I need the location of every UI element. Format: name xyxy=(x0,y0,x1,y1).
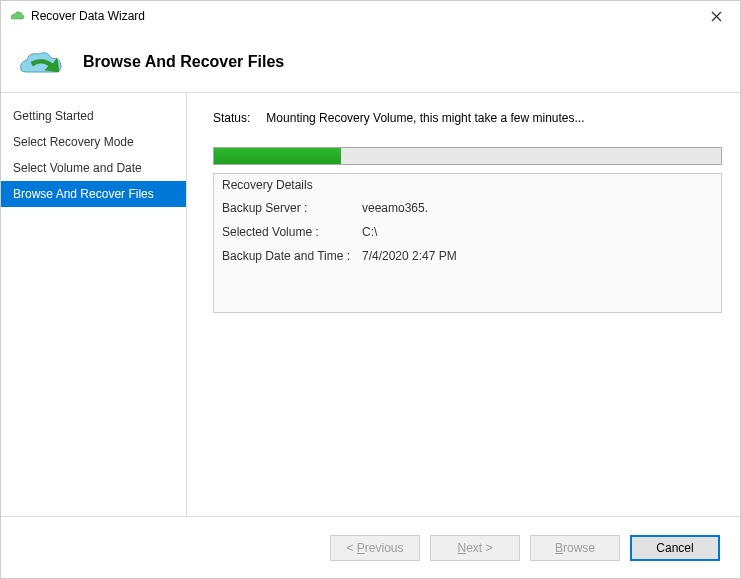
page-title: Browse And Recover Files xyxy=(83,53,284,71)
details-val: C:\ xyxy=(362,225,377,239)
browse-button: Browse xyxy=(530,535,620,561)
app-icon xyxy=(9,8,25,24)
details-val: 7/4/2020 2:47 PM xyxy=(362,249,457,263)
recovery-details-box: Recovery Details Backup Server : veeamo3… xyxy=(213,173,722,313)
status-label: Status: xyxy=(213,111,250,125)
cancel-button[interactable]: Cancel xyxy=(630,535,720,561)
previous-button: < Previous xyxy=(330,535,420,561)
wizard-body: Getting Started Select Recovery Mode Sel… xyxy=(1,93,740,516)
window-title: Recover Data Wizard xyxy=(31,9,700,23)
next-button: Next > xyxy=(430,535,520,561)
wizard-steps-sidebar: Getting Started Select Recovery Mode Sel… xyxy=(1,93,187,516)
details-val: veeamo365. xyxy=(362,201,428,215)
titlebar: Recover Data Wizard xyxy=(1,1,740,31)
details-row-datetime: Backup Date and Time : 7/4/2020 2:47 PM xyxy=(214,244,721,268)
progress-bar xyxy=(213,147,722,165)
wizard-header: Browse And Recover Files xyxy=(1,31,740,93)
sidebar-item-volume-date[interactable]: Select Volume and Date xyxy=(1,155,186,181)
wizard-footer: < Previous Next > Browse Cancel xyxy=(1,516,740,578)
sidebar-item-browse-recover[interactable]: Browse And Recover Files xyxy=(1,181,186,207)
details-key: Selected Volume : xyxy=(222,225,362,239)
close-icon[interactable] xyxy=(700,4,732,28)
recovery-details-title: Recovery Details xyxy=(214,174,721,196)
sidebar-item-recovery-mode[interactable]: Select Recovery Mode xyxy=(1,129,186,155)
details-key: Backup Server : xyxy=(222,201,362,215)
details-key: Backup Date and Time : xyxy=(222,249,362,263)
status-row: Status: Mounting Recovery Volume, this m… xyxy=(213,111,722,125)
sidebar-item-getting-started[interactable]: Getting Started xyxy=(1,103,186,129)
wizard-content: Status: Mounting Recovery Volume, this m… xyxy=(187,93,740,516)
status-text: Mounting Recovery Volume, this might tak… xyxy=(266,111,584,125)
progress-fill xyxy=(214,148,341,164)
cloud-recover-icon xyxy=(15,44,67,80)
details-row-server: Backup Server : veeamo365. xyxy=(214,196,721,220)
details-row-volume: Selected Volume : C:\ xyxy=(214,220,721,244)
